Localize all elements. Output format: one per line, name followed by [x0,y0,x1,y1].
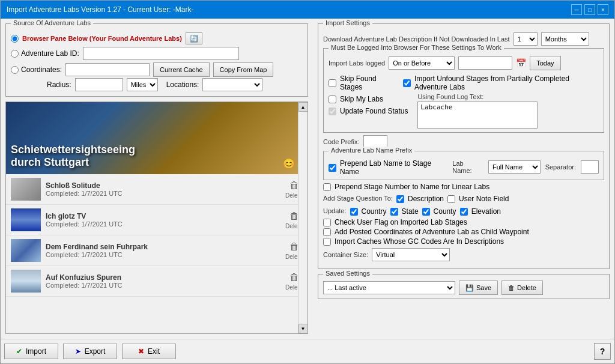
import-caches-checkbox[interactable] [323,238,331,246]
found-log-textarea[interactable]: Labcache [417,102,538,129]
date-input[interactable]: 27/01/2021 [458,56,512,70]
container-size-select[interactable]: Virtual Micro Small Regular Large [372,248,450,261]
copy-from-map-button[interactable]: Copy From Map [213,62,274,77]
scroll-down-arrow[interactable]: ▼ [298,324,308,333]
item-info: Ich glotz TV Completed: 1/7/2021 UTC [46,212,280,228]
prepend-stage-checkbox[interactable] [323,183,331,191]
state-row: State [390,207,419,216]
description-checkbox[interactable] [396,195,404,203]
separator-label: Separator: [545,163,576,171]
maximize-button[interactable]: □ [584,4,595,15]
radius-input[interactable] [75,78,123,91]
update-found-checkbox[interactable] [329,108,336,115]
import-labs-select[interactable]: On or Before After Any [389,56,455,70]
download-num-select[interactable]: 123 [514,32,538,46]
browser-pane-label: Browser Pane Below (Your Found Adventure… [22,35,182,42]
main-content: Source Of Adventure Labs Browser Pane Be… [1,19,614,339]
check-user-flag-checkbox[interactable] [323,219,331,226]
export-button[interactable]: ➤ Export [63,344,117,359]
user-note-row: User Note Field [447,195,509,203]
item-subtitle: Completed: 1/7/2021 UTC [46,220,280,228]
today-button[interactable]: Today [530,56,560,70]
lab-name-select[interactable]: Full Name Short Name None [488,160,541,174]
delete-icon: 🗑 [508,284,515,291]
import-unfound-label: Import Unfound Stages from Partially Com… [414,74,599,91]
item-thumbnail [11,178,41,201]
item-subtitle: Completed: 1/7/2021 UTC [46,282,280,289]
hero-text-line2: durch Stuttgart [11,156,135,169]
item-subtitle: Completed: 1/7/2021 UTC [46,251,280,258]
logged-group-title: Must Be Logged Into Browser For These Se… [329,44,504,51]
vertical-scrollbar[interactable]: ▲ ▼ [298,102,308,333]
adventure-lab-id-input[interactable]: 5b703992-23e2-44ce-b105-e8eb85532587 [83,47,239,60]
locations-select[interactable] [202,78,262,91]
using-found-log-label: Using Found Log Text: [417,93,538,100]
add-posted-coords-row: Add Posted Coordinates of Adventure Lab … [323,228,604,236]
download-label: Download Adventure Lab Description If No… [323,35,510,43]
adventure-labs-list: Schloß Solitude Completed: 1/7/2021 UTC … [6,174,308,297]
user-note-label: User Note Field [459,195,509,203]
skip-my-labs-checkbox[interactable] [329,96,336,103]
window-controls: ─ □ × [571,4,608,15]
saved-settings-select[interactable]: ... Last active [323,281,455,294]
elevation-label: Elevation [471,207,501,216]
radio-browser-pane[interactable] [11,35,19,43]
prepend-lab-name-row: Prepend Lab Name to Stage Name [329,159,447,176]
refresh-button[interactable]: 🔄 [186,32,202,44]
source-group: Source Of Adventure Labs Browser Pane Be… [5,23,308,97]
elevation-checkbox[interactable] [460,208,468,216]
user-note-checkbox[interactable] [447,195,455,203]
miles-select[interactable]: Miles Km [127,78,158,91]
coordinates-input[interactable] [65,63,150,76]
download-unit-select[interactable]: Days Weeks Months Years [541,32,589,46]
county-label: County [434,207,456,216]
save-settings-button[interactable]: 💾 Save [459,281,498,295]
country-checkbox[interactable] [350,208,358,216]
current-cache-button[interactable]: Current Cache [153,62,210,77]
hero-image: Schietwettersightseeing durch Stuttgart … [6,102,308,174]
country-row: Country [350,207,387,216]
arrow-icon: ➤ [75,347,81,356]
list-item: Auf Konfuzius Spuren Completed: 1/7/2021… [6,266,308,297]
locations-label: Locations: [166,80,199,89]
calendar-icon[interactable]: 📅 [516,58,526,68]
help-button[interactable]: ? [594,343,611,360]
import-button[interactable]: ✔ Import [4,344,58,359]
item-thumbnail [11,208,41,231]
lab-name-group: Adventure Lab Name Prefix Prepend Lab Na… [323,151,604,180]
delete-btn-label: Delete [517,284,536,291]
state-checkbox[interactable] [390,208,398,216]
saved-settings-group: Saved Settings ... Last active 💾 Save 🗑 … [318,274,610,299]
exit-button[interactable]: ✖ Exit [122,344,176,359]
scroll-up-arrow[interactable]: ▲ [298,102,308,112]
item-subtitle: Completed: 1/7/2021 UTC [46,190,280,197]
import-caches-label: Import Caches Whose GC Codes Are In Desc… [335,237,504,246]
item-title: Ich glotz TV [46,212,280,220]
add-posted-coords-checkbox[interactable] [323,228,331,236]
separator-input[interactable]: : [581,160,599,174]
check-user-flag-label: Check User Flag on Imported Lab Stages [335,218,467,226]
import-unfound-checkbox[interactable] [403,79,411,87]
title-bar: Import Adventure Labs Version 1.27 - Cur… [1,1,614,19]
save-btn-label: Save [476,284,491,291]
county-checkbox[interactable] [422,208,430,216]
prepend-lab-name-label: Prepend Lab Name to Stage Name [340,159,447,176]
source-group-title: Source Of Adventure Labs [11,19,93,26]
lab-name-group-title: Adventure Lab Name Prefix [329,147,414,154]
county-row: County [422,207,456,216]
logged-group: Must Be Logged Into Browser For These Se… [323,48,604,133]
minimize-button[interactable]: ─ [571,4,582,15]
delete-settings-button[interactable]: 🗑 Delete [501,281,543,295]
close-button[interactable]: × [598,4,608,15]
prepend-lab-name-checkbox[interactable] [329,164,336,172]
radio-coordinates[interactable] [11,66,19,74]
import-unfound-row: Import Unfound Stages from Partially Com… [403,74,599,91]
radio-adventure-lab-id[interactable] [11,50,19,58]
state-label: State [402,207,419,216]
floppy-icon: 💾 [465,284,474,292]
skip-found-checkbox[interactable] [329,79,336,87]
update-found-label: Update Found Status [340,107,408,115]
window-title: Import Adventure Labs Version 1.27 - Cur… [7,5,193,14]
list-item: Dem Ferdinand sein Fuhrpark Completed: 1… [6,235,308,266]
item-title: Dem Ferdinand sein Fuhrpark [46,243,280,251]
